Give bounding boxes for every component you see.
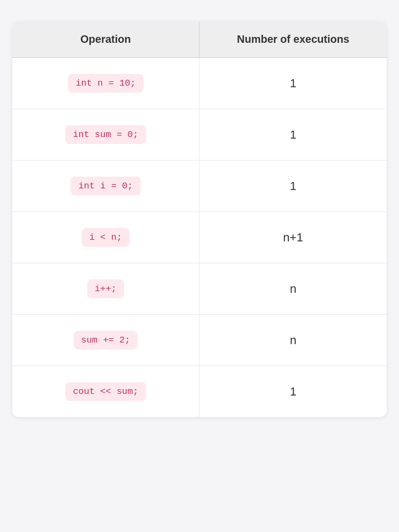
code-badge: i < n; — [82, 228, 129, 247]
code-badge: int sum = 0; — [65, 125, 145, 144]
table-row: sum += 2;n — [12, 315, 387, 366]
table-row: int sum = 0;1 — [12, 109, 387, 161]
table-row: i < n;n+1 — [12, 212, 387, 263]
executions-cell: n+1 — [200, 212, 387, 263]
table-header: Operation Number of executions — [12, 21, 387, 58]
code-badge: int i = 0; — [71, 177, 140, 195]
table-row: int i = 0;1 — [12, 161, 387, 212]
table-row: i++;n — [12, 263, 387, 315]
code-badge: i++; — [87, 279, 124, 298]
header-executions: Number of executions — [200, 21, 387, 57]
operation-cell: int n = 10; — [12, 58, 200, 109]
code-badge: cout << sum; — [65, 382, 145, 401]
code-badge: sum += 2; — [74, 331, 138, 349]
executions-cell: n — [200, 263, 387, 314]
operation-cell: sum += 2; — [12, 315, 200, 366]
operation-cell: int sum = 0; — [12, 109, 200, 160]
table-body: int n = 10;1int sum = 0;1int i = 0;1i < … — [12, 58, 387, 417]
table-row: int n = 10;1 — [12, 58, 387, 109]
executions-cell: 1 — [200, 366, 387, 417]
header-operation: Operation — [12, 21, 200, 57]
executions-cell: n — [200, 315, 387, 366]
operation-cell: cout << sum; — [12, 366, 200, 417]
table-row: cout << sum;1 — [12, 366, 387, 417]
executions-cell: 1 — [200, 109, 387, 160]
operation-cell: int i = 0; — [12, 161, 200, 211]
operation-cell: i < n; — [12, 212, 200, 263]
main-table: Operation Number of executions int n = 1… — [12, 21, 387, 417]
code-badge: int n = 10; — [68, 74, 143, 93]
executions-cell: 1 — [200, 58, 387, 109]
operation-cell: i++; — [12, 263, 200, 314]
executions-cell: 1 — [200, 161, 387, 211]
